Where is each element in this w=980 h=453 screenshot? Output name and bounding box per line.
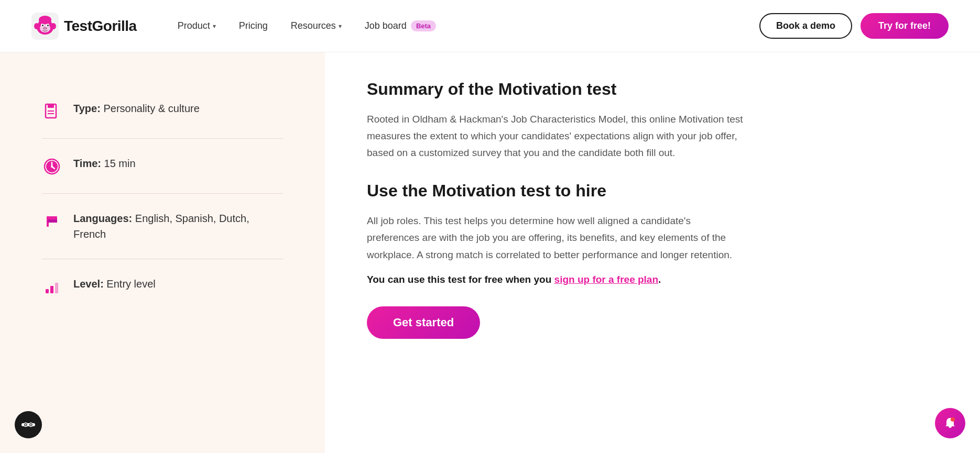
- svg-point-11: [46, 27, 47, 28]
- page-content: Type: Personality & culture Time: 15 min: [0, 52, 980, 453]
- level-label: Level: Entry level: [73, 276, 156, 292]
- summary-title: Summary of the Motivation test: [367, 79, 928, 101]
- logo-link[interactable]: TestGorilla: [31, 13, 137, 40]
- logo-text: TestGorilla: [64, 18, 137, 35]
- notification-button[interactable]: [935, 408, 965, 438]
- svg-point-31: [25, 424, 27, 426]
- svg-rect-14: [48, 104, 54, 108]
- document-icon: [42, 102, 62, 121]
- svg-point-7: [42, 25, 43, 26]
- type-label: Type: Personality & culture: [73, 101, 200, 116]
- svg-point-21: [51, 165, 53, 168]
- hire-text: All job roles. This test helps you deter…: [367, 213, 744, 263]
- svg-rect-25: [46, 289, 49, 293]
- svg-point-2: [34, 23, 39, 29]
- nav-jobboard[interactable]: Job board Beta: [355, 16, 445, 36]
- flag-icon: [42, 212, 62, 231]
- sidebar-items: Type: Personality & culture Time: 15 min: [42, 84, 283, 314]
- nav-product[interactable]: Product ▾: [168, 16, 225, 36]
- svg-rect-24: [48, 219, 57, 223]
- chevron-down-icon: ▾: [339, 23, 342, 30]
- logo-icon: [31, 13, 59, 40]
- summary-text: Rooted in Oldham & Hackman's Job Charact…: [367, 111, 744, 162]
- svg-point-33: [951, 417, 955, 422]
- svg-point-8: [47, 25, 49, 26]
- free-plan-text: You can use this test for free when you …: [367, 274, 928, 285]
- beta-badge: Beta: [411, 20, 436, 31]
- chat-toggle-button[interactable]: [15, 411, 42, 438]
- sidebar: Type: Personality & culture Time: 15 min: [0, 52, 325, 453]
- nav-links: Product ▾ Pricing Resources ▾ Job board …: [168, 16, 759, 36]
- hire-title: Use the Motivation test to hire: [367, 180, 928, 202]
- nav-pricing[interactable]: Pricing: [230, 16, 277, 36]
- navbar: TestGorilla Product ▾ Pricing Resources …: [0, 0, 980, 52]
- svg-rect-27: [55, 283, 58, 293]
- svg-point-10: [43, 27, 45, 28]
- clock-icon: [42, 157, 62, 176]
- get-started-button[interactable]: Get started: [367, 306, 480, 339]
- sidebar-item-level: Level: Entry level: [42, 259, 283, 314]
- main-content: Summary of the Motivation test Rooted in…: [325, 52, 980, 453]
- nav-resources[interactable]: Resources ▾: [281, 16, 351, 36]
- chevron-down-icon: ▾: [213, 23, 216, 30]
- svg-point-3: [51, 23, 56, 29]
- nav-actions: Book a demo Try for free!: [759, 13, 949, 39]
- languages-label: Languages: English, Spanish, Dutch, Fren…: [73, 211, 283, 242]
- signup-free-plan-link[interactable]: sign up for a free plan: [554, 274, 658, 285]
- book-demo-button[interactable]: Book a demo: [759, 13, 852, 39]
- svg-point-32: [30, 424, 32, 426]
- sidebar-item-time: Time: 15 min: [42, 139, 283, 194]
- chart-icon: [42, 277, 62, 297]
- sidebar-item-type: Type: Personality & culture: [42, 84, 283, 139]
- sidebar-item-languages: Languages: English, Spanish, Dutch, Fren…: [42, 194, 283, 259]
- try-free-button[interactable]: Try for free!: [861, 13, 949, 39]
- svg-rect-26: [50, 286, 53, 293]
- time-label: Time: 15 min: [73, 156, 136, 171]
